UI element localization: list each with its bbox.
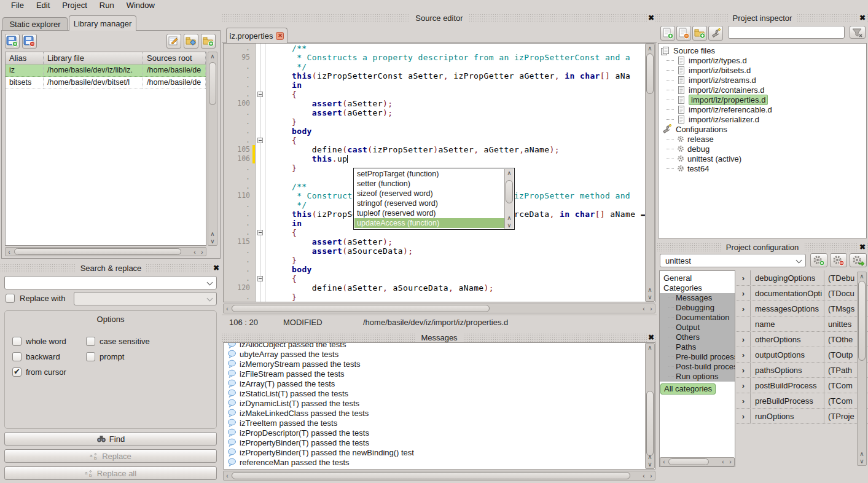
remove-library-button[interactable] bbox=[22, 34, 37, 49]
completion-item[interactable]: tupleof (reserved word) bbox=[354, 208, 504, 218]
code-line[interactable]: 95 * Constructs a property descriptor fr… bbox=[224, 53, 645, 62]
completion-item[interactable]: setPropTarget (function) bbox=[354, 169, 504, 179]
scroll-thumb[interactable] bbox=[232, 472, 630, 479]
scroll-thumb[interactable] bbox=[668, 458, 709, 465]
completion-item[interactable]: sizeof (reserved word) bbox=[354, 189, 504, 198]
code-line[interactable]: . */ bbox=[224, 62, 645, 71]
close-tab-icon[interactable]: ✕ bbox=[276, 32, 284, 40]
fold-collapse-icon[interactable] bbox=[257, 230, 263, 235]
tree-item-unittest-active-[interactable]: unittest (active) bbox=[659, 154, 866, 163]
replace-button[interactable]: abReplace bbox=[4, 449, 217, 463]
close-source-editor-button[interactable]: ✖ bbox=[647, 14, 655, 22]
config-row-otherOptions[interactable]: ›otherOptions(TOthe bbox=[737, 332, 868, 347]
message-item[interactable]: izDynamicList(T) passed the tests bbox=[224, 398, 655, 408]
chevron-down-icon[interactable] bbox=[796, 257, 802, 264]
scroll-right-arrow[interactable]: › bbox=[647, 305, 655, 313]
scroll-down-arrow[interactable]: ∨ bbox=[646, 460, 654, 468]
code-line[interactable]: 120 define(aSetter, aSourceData, aName); bbox=[224, 283, 645, 293]
menu-item-window[interactable]: Window bbox=[120, 0, 161, 11]
replace-with-combobox[interactable] bbox=[74, 292, 217, 305]
option-case-sensitive[interactable]: case sensitive bbox=[86, 337, 150, 346]
scroll-thumb[interactable] bbox=[232, 305, 490, 312]
add-library-button[interactable] bbox=[5, 34, 20, 49]
add-library-folder-button[interactable] bbox=[201, 34, 216, 49]
tab-static-explorer[interactable]: Static explorer bbox=[2, 17, 68, 31]
library-table-header[interactable]: Alias Library file Sources root bbox=[6, 52, 206, 65]
expand-arrow-icon[interactable]: › bbox=[737, 366, 750, 375]
message-item[interactable]: izFileStream passed the tests bbox=[224, 369, 655, 379]
replace-with-checkbox[interactable] bbox=[6, 294, 15, 303]
code-line[interactable]: . { bbox=[224, 90, 645, 99]
tree-item-import-iz-containers-d[interactable]: import/iz/containers.d bbox=[659, 85, 866, 95]
completion-item[interactable]: setter (function) bbox=[354, 179, 504, 189]
expand-arrow-icon[interactable]: › bbox=[737, 412, 750, 421]
scroll-left-arrow[interactable]: ‹ bbox=[640, 305, 647, 313]
message-item[interactable]: izAllocObject passed the tests bbox=[224, 342, 655, 349]
scroll-left-arrow[interactable]: ‹ bbox=[640, 472, 647, 480]
scroll-thumb[interactable] bbox=[14, 248, 181, 255]
tree-item-import-iz-serializer-d[interactable]: import/iz/serializer.d bbox=[659, 114, 866, 124]
from-cursor-checkbox[interactable] bbox=[12, 367, 22, 377]
config-row-postBuildProcess[interactable]: ›postBuildProcess(TCom bbox=[737, 378, 868, 393]
scroll-up-arrow[interactable]: ∧ bbox=[858, 272, 866, 280]
chevron-down-icon[interactable] bbox=[207, 296, 213, 302]
scroll-down-arrow[interactable]: ∨ bbox=[209, 237, 216, 245]
tree-item-import-iz-types-d[interactable]: import/iz/types.d bbox=[659, 55, 866, 65]
scroll-down-arrow[interactable]: ∨ bbox=[646, 293, 654, 301]
message-item[interactable]: referenceMan passed the tests bbox=[224, 457, 655, 467]
filter-button[interactable] bbox=[850, 26, 866, 39]
all-categories-button[interactable]: All categories bbox=[660, 383, 716, 395]
add-source-button[interactable] bbox=[660, 26, 675, 41]
scroll-left-arrow[interactable]: ‹ bbox=[6, 248, 13, 256]
code-line[interactable]: . in bbox=[224, 80, 645, 90]
grid-vscrollbar[interactable]: ∧ ∧ ∨ bbox=[857, 272, 867, 466]
col-library-file[interactable]: Library file bbox=[44, 52, 143, 64]
code-line[interactable]: 115 assert(aSetter); bbox=[224, 237, 645, 246]
completion-item[interactable]: stringof (reserved word) bbox=[354, 198, 504, 208]
tree-item-import-iz-bitsets-d[interactable]: import/iz/bitsets.d bbox=[659, 65, 866, 75]
completion-item[interactable]: updateAccess (function) bbox=[354, 218, 504, 228]
menu-item-edit[interactable]: Edit bbox=[30, 0, 56, 11]
configuration-selector[interactable]: unittest bbox=[660, 254, 806, 267]
code-line[interactable]: . assert(aSourceData); bbox=[224, 246, 645, 256]
code-line[interactable]: . { bbox=[224, 136, 645, 145]
tree-item-import-iz-properties-d[interactable]: import/iz/properties.d bbox=[659, 95, 866, 104]
edit-library-button[interactable] bbox=[166, 34, 181, 49]
scroll-left-arrow[interactable]: ‹ bbox=[224, 472, 231, 480]
category-messages[interactable]: Messages bbox=[660, 293, 735, 303]
code-line[interactable]: . } bbox=[224, 293, 645, 302]
close-project-inspector-button[interactable]: ✖ bbox=[858, 14, 867, 22]
category-output[interactable]: Output bbox=[660, 323, 735, 332]
scroll-up-arrow[interactable]: ∧ bbox=[506, 169, 513, 177]
expand-arrow-icon[interactable]: › bbox=[737, 350, 750, 359]
option-prompt[interactable]: prompt bbox=[86, 352, 124, 361]
library-table-vscrollbar[interactable]: ∧ ∧ ∨ bbox=[208, 52, 217, 246]
scroll-left-arrow[interactable]: ‹ bbox=[224, 305, 231, 313]
config-row-preBuildProcess[interactable]: ›preBuildProcess(TCom bbox=[737, 393, 868, 409]
category-categories[interactable]: Categories bbox=[660, 283, 735, 293]
expand-arrow-icon[interactable]: › bbox=[737, 304, 750, 313]
editor-hscrollbar[interactable]: ‹ ‹ › bbox=[223, 304, 655, 313]
scroll-thumb[interactable] bbox=[209, 62, 216, 105]
replace-all-button[interactable]: abReplace all bbox=[4, 466, 217, 480]
menu-item-file[interactable]: File bbox=[5, 0, 30, 11]
search-term-combobox[interactable] bbox=[4, 276, 217, 289]
whole-word-checkbox[interactable] bbox=[12, 337, 22, 346]
option-from-cursor[interactable]: from cursor bbox=[12, 367, 66, 377]
menu-item-project[interactable]: Project bbox=[56, 0, 93, 11]
add-config-button[interactable] bbox=[810, 253, 827, 267]
close-project-configuration-button[interactable]: ✖ bbox=[858, 243, 867, 251]
close-messages-button[interactable]: ✖ bbox=[647, 333, 655, 342]
messages-hscrollbar[interactable]: ‹ ‹ › bbox=[223, 471, 655, 481]
backward-checkbox[interactable] bbox=[12, 352, 22, 361]
scroll-right-arrow[interactable]: › bbox=[198, 248, 206, 256]
message-item[interactable]: izStaticList(T) passed the tests bbox=[224, 388, 655, 398]
expand-arrow-icon[interactable]: › bbox=[737, 335, 750, 344]
code-line[interactable]: 105 define(cast(izPropSetter)aSetter, aG… bbox=[224, 145, 645, 154]
config-row-runOptions[interactable]: ›runOptions(TProje bbox=[737, 409, 868, 424]
code-line[interactable]: . this(izPropSetterConst aSetter, izProp… bbox=[224, 71, 645, 80]
code-line[interactable]: 106 this.up bbox=[224, 154, 645, 163]
scroll-left-arrow[interactable]: ‹ bbox=[660, 458, 668, 466]
category-documentation[interactable]: Documentation bbox=[660, 313, 735, 323]
tab-library-manager[interactable]: Library manager bbox=[69, 15, 136, 31]
